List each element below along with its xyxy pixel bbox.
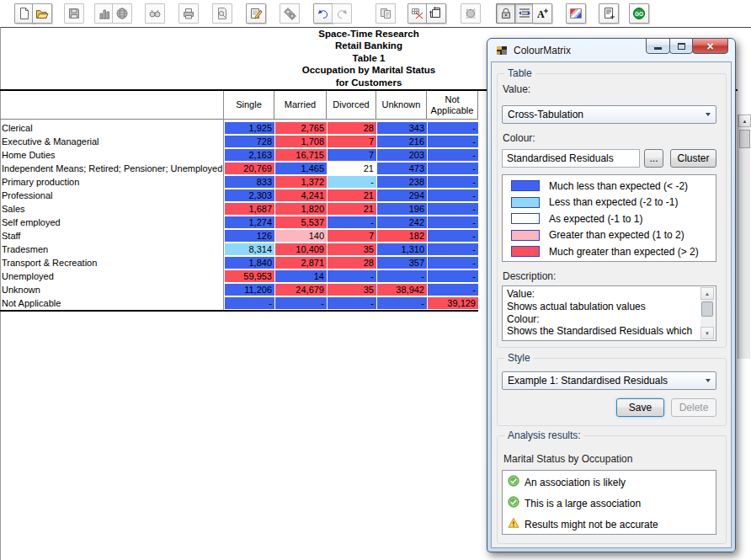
minimize-button[interactable] xyxy=(646,38,670,54)
scrollbar-thumb[interactable] xyxy=(739,130,750,148)
scroll-down-icon[interactable]: ▼ xyxy=(700,327,714,339)
table-cell[interactable]: - xyxy=(427,269,478,283)
table-cell[interactable]: 35 xyxy=(327,243,376,256)
legend-item[interactable]: Greater than expected (1 to 2) xyxy=(503,227,716,244)
table-cell[interactable]: - xyxy=(427,189,478,202)
scrollbar-thumb[interactable] xyxy=(701,301,713,317)
go-button[interactable]: GO xyxy=(629,3,649,24)
table-cell[interactable]: 216 xyxy=(376,135,427,148)
table-cell[interactable]: 294 xyxy=(376,189,427,202)
table-cell[interactable]: - xyxy=(376,269,427,283)
table-cell[interactable]: 126 xyxy=(224,229,274,243)
table-cell[interactable]: - xyxy=(327,175,376,189)
style-dropdown[interactable]: Example 1: Standardised Residuals xyxy=(502,371,716,390)
edit-annotations-button[interactable] xyxy=(246,3,266,24)
lock-button[interactable] xyxy=(496,3,516,24)
table-cell[interactable]: 21 xyxy=(327,189,376,202)
legend-item[interactable]: Much less than expected (< -2) xyxy=(503,178,716,195)
undo-button[interactable] xyxy=(313,3,333,24)
row-label[interactable]: Home Duties xyxy=(2,148,56,162)
add-annotation-button[interactable] xyxy=(599,3,619,24)
table-cell[interactable]: 7 xyxy=(327,229,376,243)
table-cell[interactable]: - xyxy=(274,296,327,310)
table-cell[interactable]: 140 xyxy=(274,229,327,243)
table-cell[interactable]: 35 xyxy=(327,283,376,296)
table-cell[interactable]: 59,953 xyxy=(224,269,274,283)
table-cell[interactable]: 833 xyxy=(224,175,274,189)
dialog-titlebar[interactable]: ColourMatrix × xyxy=(487,39,735,61)
table-cell[interactable]: - xyxy=(427,148,478,162)
scroll-up-icon[interactable]: ▲ xyxy=(738,115,751,127)
table-cell[interactable]: 38,942 xyxy=(376,283,427,296)
table-cell[interactable]: - xyxy=(427,162,478,175)
table-cell[interactable]: 14 xyxy=(274,269,327,283)
table-cell[interactable]: - xyxy=(327,269,376,283)
table-cell[interactable]: 2,303 xyxy=(224,189,274,202)
delete-row-button[interactable] xyxy=(407,3,428,24)
table-cell[interactable]: 728 xyxy=(224,135,274,148)
table-cell[interactable]: 1,840 xyxy=(224,256,274,269)
row-label[interactable]: Not Applicable xyxy=(2,296,61,310)
table-cell[interactable]: 238 xyxy=(376,175,427,189)
table-cell[interactable]: 343 xyxy=(376,121,427,135)
table-cell[interactable]: 1,465 xyxy=(274,162,327,175)
row-label[interactable]: Professional xyxy=(2,189,53,202)
table-cell[interactable]: - xyxy=(427,229,478,243)
table-cell[interactable]: 16,715 xyxy=(274,148,327,162)
table-cell[interactable]: 24,679 xyxy=(274,283,327,296)
table-cell[interactable]: 10,409 xyxy=(274,243,327,256)
table-cell[interactable]: 203 xyxy=(376,148,427,162)
table-cell[interactable]: 1,274 xyxy=(224,216,274,229)
table-cell[interactable]: 1,708 xyxy=(274,135,327,148)
table-cell[interactable]: 182 xyxy=(376,229,427,243)
table-cell[interactable]: 21 xyxy=(327,162,376,175)
table-cell[interactable]: 196 xyxy=(376,202,427,216)
table-cell[interactable]: - xyxy=(427,175,478,189)
table-cell[interactable]: 1,925 xyxy=(224,121,274,135)
table-cell[interactable]: 473 xyxy=(376,162,427,175)
table-cell[interactable]: 39,129 xyxy=(427,296,478,310)
table-cell[interactable]: - xyxy=(427,121,478,135)
row-label[interactable]: Primary production xyxy=(2,175,79,189)
row-label[interactable]: Clerical xyxy=(2,121,33,135)
column-header-not-applicable[interactable]: Not Applicable xyxy=(427,91,478,120)
legend-item[interactable]: As expected (-1 to 1) xyxy=(503,211,716,227)
column-header-divorced[interactable]: Divorced xyxy=(327,91,376,120)
scroll-up-icon[interactable]: ▲ xyxy=(700,287,714,300)
table-cell[interactable]: 2,163 xyxy=(224,148,274,162)
table-cell[interactable]: - xyxy=(427,135,478,148)
description-scrollbar[interactable]: ▲ ▼ xyxy=(700,287,715,339)
column-header-unknown[interactable]: Unknown xyxy=(376,91,427,120)
maximize-button[interactable] xyxy=(669,38,693,54)
font-increase-button[interactable]: A xyxy=(532,3,552,24)
table-cell[interactable]: 28 xyxy=(327,256,376,269)
table-cell[interactable]: 242 xyxy=(376,216,427,229)
table-cell[interactable]: - xyxy=(224,296,274,310)
table-cell[interactable]: 4,241 xyxy=(274,189,327,202)
legend-item[interactable]: Much greater than expected (> 2) xyxy=(503,243,716,260)
table-cell[interactable]: 20,769 xyxy=(224,162,274,175)
cluster-button[interactable]: Cluster xyxy=(670,149,716,168)
table-cell[interactable]: - xyxy=(427,243,478,256)
row-header-corner-cell[interactable] xyxy=(0,91,223,120)
rotate-table-button[interactable] xyxy=(426,3,446,24)
row-label[interactable]: Sales xyxy=(2,202,25,216)
table-cell[interactable]: - xyxy=(327,296,376,310)
row-label[interactable]: Independent Means; Retired; Pensioner; U… xyxy=(2,162,222,175)
row-label[interactable]: Self employed xyxy=(2,216,61,229)
document-vertical-scrollbar[interactable]: ▲ xyxy=(738,115,750,359)
table-cell[interactable]: - xyxy=(427,256,478,269)
colour-value-input[interactable] xyxy=(502,149,640,168)
table-cell[interactable]: 1,687 xyxy=(224,202,274,216)
save-button[interactable]: Save xyxy=(616,398,664,417)
table-cell[interactable]: 1,372 xyxy=(274,175,327,189)
table-cell[interactable]: - xyxy=(427,283,478,296)
value-dropdown[interactable]: Cross-Tabulation xyxy=(502,105,716,124)
table-cell[interactable]: 8,314 xyxy=(224,243,274,256)
column-header-married[interactable]: Married xyxy=(274,91,327,120)
row-label[interactable]: Unemployed xyxy=(2,269,54,283)
table-cell[interactable]: 2,871 xyxy=(274,256,327,269)
table-cell[interactable]: - xyxy=(427,202,478,216)
column-header-single[interactable]: Single xyxy=(224,91,274,120)
table-cell[interactable]: 7 xyxy=(327,148,376,162)
